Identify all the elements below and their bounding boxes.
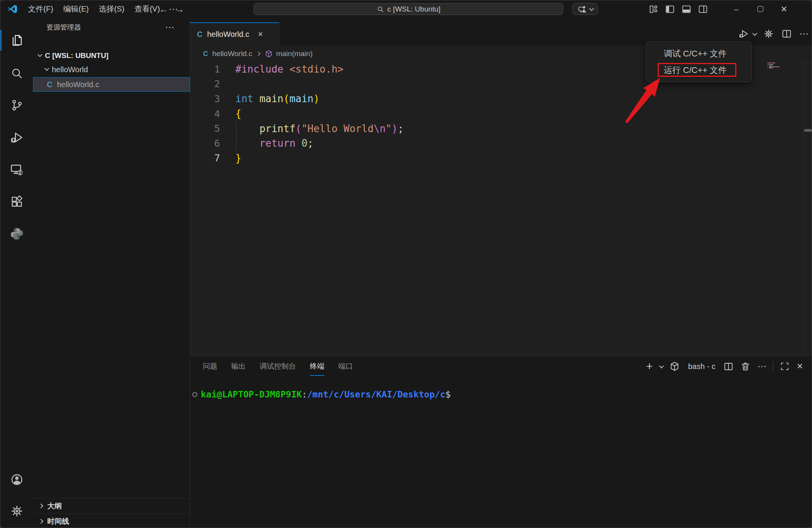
close-panel-icon[interactable]: ✕ — [796, 362, 803, 371]
editor-more-icon[interactable]: ⋯ — [799, 28, 809, 39]
line-number: 7 — [190, 152, 220, 164]
menu-item[interactable]: 编辑(E) — [58, 4, 94, 14]
run-debug-icon — [738, 28, 750, 39]
terminal-prompt: kai@LAPTOP-DJM8P9IK:/mnt/c/Users/KAI/Des… — [201, 389, 451, 399]
bottom-panel: 问题输出调试控制台终端端口 + bash - c ⋯ ✕ kai@LAPTOP-… — [190, 356, 812, 528]
activity-python[interactable] — [0, 220, 33, 247]
outline-section[interactable]: 大纲 — [33, 498, 190, 513]
close-button[interactable]: ✕ — [772, 0, 796, 18]
toggle-secondary-sidebar-icon[interactable] — [698, 4, 708, 14]
code-text: return 0; — [220, 137, 314, 149]
code-text: printf("Hello World\n"); — [220, 123, 404, 134]
panel-tab[interactable]: 终端 — [310, 361, 324, 376]
code-line[interactable]: 7} — [190, 151, 812, 166]
timeline-section[interactable]: 时间线 — [33, 513, 190, 528]
command-decoration-icon — [192, 392, 197, 397]
activity-explorer[interactable] — [0, 27, 33, 54]
code-line[interactable]: 6 return 0; — [190, 136, 812, 151]
split-terminal-icon[interactable] — [723, 361, 734, 372]
minimize-button[interactable]: – — [724, 0, 748, 18]
copilot-warning-icon — [578, 5, 587, 14]
tree-file-helloworld-c[interactable]: C helloWorld.c — [33, 77, 190, 92]
menu-bar: 文件(F)编辑(E)选择(S)查看(V) — [23, 4, 165, 14]
file-label: helloWorld.c — [57, 80, 99, 89]
go-forward-icon[interactable]: → — [172, 4, 188, 15]
line-number: 2 — [190, 78, 220, 89]
folder-label: helloWorld — [52, 65, 88, 74]
menu-item-debug-cpp[interactable]: 调试 C/C++ 文件 — [646, 45, 751, 62]
activity-run-debug[interactable] — [0, 124, 33, 151]
search-icon — [377, 5, 384, 13]
panel-actions: + bash - c ⋯ ✕ — [646, 361, 803, 372]
code-line[interactable]: 4{ — [190, 106, 812, 121]
panel-tab[interactable]: 输出 — [231, 361, 246, 376]
code-text: int main(main) — [220, 93, 319, 104]
tab-helloworld-c[interactable]: C helloWorld.c ✕ — [190, 22, 279, 46]
tab-close-icon[interactable]: ✕ — [258, 30, 263, 38]
run-or-debug-button[interactable] — [738, 28, 756, 39]
annotation-red-arrow — [615, 74, 668, 130]
code-line[interactable]: 5 printf("Hello World\n"); — [190, 121, 812, 136]
panel-tab[interactable]: 问题 — [203, 361, 217, 376]
menu-item[interactable]: 选择(S) — [94, 4, 129, 14]
terminal-cube-icon — [669, 361, 680, 372]
account-icon — [10, 473, 23, 486]
code-editor[interactable]: 1#include <stdio.h>23int main(main)4{5 p… — [190, 62, 812, 356]
new-terminal-icon[interactable]: + — [646, 362, 653, 370]
terminal[interactable]: kai@LAPTOP-DJM8P9IK:/mnt/c/Users/KAI/Des… — [190, 389, 451, 399]
terminal-session-label[interactable]: bash - c — [688, 362, 715, 371]
timeline-label: 时间线 — [47, 516, 69, 526]
command-center-search[interactable]: c [WSL: Ubuntu] — [254, 3, 563, 15]
chevron-down-icon — [38, 52, 43, 57]
customize-layout-icon[interactable] — [648, 4, 658, 14]
activity-extensions[interactable] — [0, 188, 33, 215]
minimap[interactable] — [767, 63, 802, 70]
settings-button[interactable] — [0, 498, 33, 525]
tree-root-folder[interactable]: C [WSL: UBUNTU] — [33, 49, 190, 63]
split-editor-icon[interactable] — [781, 28, 792, 39]
copilot-button[interactable] — [572, 3, 598, 15]
maximize-panel-icon[interactable] — [780, 361, 790, 371]
extensions-icon — [10, 195, 23, 208]
symbol-cube-icon — [265, 50, 273, 58]
panel-more-icon[interactable]: ⋯ — [757, 361, 766, 372]
activity-remote-explorer[interactable] — [0, 156, 33, 183]
annotation-red-box — [658, 63, 736, 77]
breadcrumb-symbol[interactable]: main(main) — [276, 50, 313, 58]
explorer-more-icon[interactable]: ⋯ — [165, 25, 175, 29]
gear-icon — [10, 505, 23, 518]
scrollbar-slider[interactable] — [804, 129, 812, 132]
go-back-icon[interactable]: ← — [155, 4, 172, 15]
sidebar-title: 资源管理器 — [46, 23, 81, 32]
copilot-chevron-icon — [589, 6, 594, 11]
settings-gear-icon[interactable] — [763, 28, 774, 39]
c-file-icon: C — [203, 50, 208, 58]
activity-source-control[interactable] — [0, 92, 33, 119]
breadcrumb-file[interactable]: helloWorld.c — [212, 50, 252, 58]
activity-search[interactable] — [0, 60, 33, 87]
kill-terminal-trash-icon[interactable] — [740, 361, 751, 372]
panel-tab[interactable]: 端口 — [338, 361, 353, 376]
line-number: 5 — [190, 123, 220, 134]
run-dropdown-chevron-icon[interactable] — [752, 31, 757, 36]
terminal-dropdown-chevron-icon[interactable] — [659, 363, 664, 368]
history-navigation: ← → — [155, 0, 188, 18]
debug-icon — [10, 131, 24, 144]
tree-folder-helloworld[interactable]: helloWorld — [33, 63, 190, 76]
maximize-button[interactable] — [748, 0, 772, 18]
c-file-icon: C — [197, 30, 202, 39]
toggle-primary-sidebar-icon[interactable] — [665, 4, 675, 14]
python-icon — [10, 227, 24, 241]
code-line[interactable]: 3int main(main) — [190, 91, 812, 106]
vscode-logo-icon — [7, 4, 18, 14]
root-folder-label: C [WSL: UBUNTU] — [45, 51, 109, 60]
account-button[interactable] — [0, 466, 33, 493]
toggle-panel-icon[interactable] — [681, 4, 691, 14]
line-number: 4 — [190, 108, 220, 119]
panel-tabs: 问题输出调试控制台终端端口 — [203, 361, 367, 376]
editor-scrollbar[interactable] — [803, 62, 812, 356]
panel-tab[interactable]: 调试控制台 — [260, 361, 296, 376]
menu-item[interactable]: 文件(F) — [23, 4, 58, 14]
vscode-window: 文件(F)编辑(E)选择(S)查看(V) ⋯ ← → c [WSL: Ubunt… — [0, 0, 812, 528]
search-value: c [WSL: Ubuntu] — [387, 5, 440, 13]
